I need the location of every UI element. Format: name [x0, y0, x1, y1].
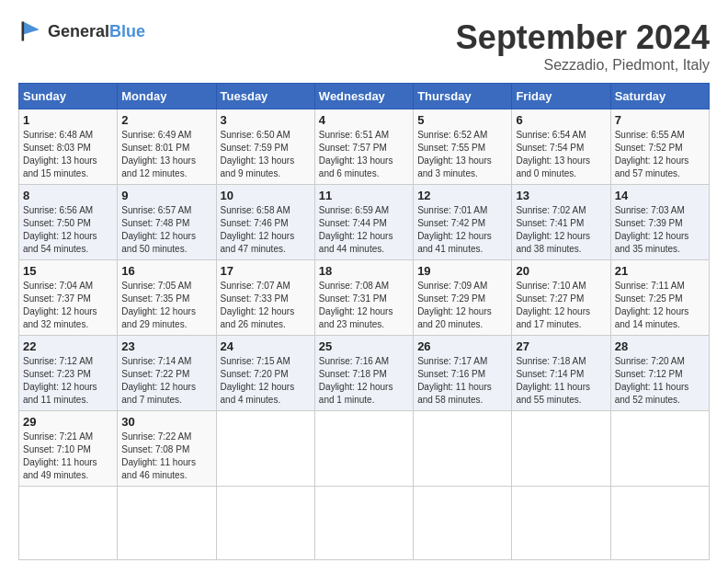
calendar-cell: [314, 487, 413, 560]
calendar-week-row: 29 Sunrise: 7:21 AM Sunset: 7:10 PM Dayl…: [19, 411, 710, 487]
calendar-cell: 9 Sunrise: 6:57 AM Sunset: 7:48 PM Dayli…: [118, 185, 216, 260]
cell-info: Sunrise: 7:10 AM Sunset: 7:27 PM Dayligh…: [516, 280, 606, 331]
day-number: 17: [221, 264, 311, 278]
cell-info: Sunrise: 7:15 AM Sunset: 7:20 PM Dayligh…: [221, 355, 311, 407]
calendar-cell: [512, 487, 610, 560]
calendar-cell: 11 Sunrise: 6:59 AM Sunset: 7:44 PM Dayl…: [314, 185, 413, 260]
calendar-cell: [19, 487, 118, 560]
cell-info: Sunrise: 7:22 AM Sunset: 7:08 PM Dayligh…: [121, 431, 211, 482]
col-wednesday: Wednesday: [314, 84, 413, 109]
calendar-week-row: [19, 487, 710, 560]
calendar-cell: 3 Sunrise: 6:50 AM Sunset: 7:59 PM Dayli…: [216, 109, 314, 185]
calendar-week-row: 22 Sunrise: 7:12 AM Sunset: 7:23 PM Dayl…: [19, 336, 710, 411]
day-number: 4: [319, 113, 409, 127]
day-number: 27: [516, 339, 606, 353]
calendar-cell: 1 Sunrise: 6:48 AM Sunset: 8:03 PM Dayli…: [19, 109, 118, 185]
cell-info: Sunrise: 6:55 AM Sunset: 7:52 PM Dayligh…: [615, 129, 705, 180]
calendar-cell: 30 Sunrise: 7:22 AM Sunset: 7:08 PM Dayl…: [118, 411, 216, 487]
calendar-cell: [512, 411, 610, 487]
day-number: 13: [516, 189, 606, 202]
calendar-cell: 24 Sunrise: 7:15 AM Sunset: 7:20 PM Dayl…: [216, 336, 314, 411]
logo-icon: [18, 18, 44, 44]
cell-info: Sunrise: 6:57 AM Sunset: 7:48 PM Dayligh…: [121, 204, 211, 256]
calendar-cell: 5 Sunrise: 6:52 AM Sunset: 7:55 PM Dayli…: [414, 109, 512, 185]
calendar-cell: 27 Sunrise: 7:18 AM Sunset: 7:14 PM Dayl…: [512, 336, 610, 411]
cell-info: Sunrise: 7:18 AM Sunset: 7:14 PM Dayligh…: [516, 355, 606, 407]
col-thursday: Thursday: [414, 84, 512, 109]
calendar-cell: [610, 411, 709, 487]
calendar-cell: [414, 487, 512, 560]
day-number: 8: [23, 189, 113, 202]
calendar-table: Sunday Monday Tuesday Wednesday Thursday…: [18, 83, 710, 560]
cell-info: Sunrise: 7:01 AM Sunset: 7:42 PM Dayligh…: [417, 204, 507, 256]
cell-info: Sunrise: 7:09 AM Sunset: 7:29 PM Dayligh…: [417, 280, 507, 331]
cell-info: Sunrise: 7:05 AM Sunset: 7:35 PM Dayligh…: [121, 280, 211, 331]
calendar-cell: 18 Sunrise: 7:08 AM Sunset: 7:31 PM Dayl…: [314, 260, 413, 336]
calendar-cell: 15 Sunrise: 7:04 AM Sunset: 7:37 PM Dayl…: [19, 260, 118, 336]
calendar-cell: 16 Sunrise: 7:05 AM Sunset: 7:35 PM Dayl…: [118, 260, 216, 336]
cell-info: Sunrise: 7:14 AM Sunset: 7:22 PM Dayligh…: [121, 355, 211, 407]
cell-info: Sunrise: 7:07 AM Sunset: 7:33 PM Dayligh…: [221, 280, 311, 331]
cell-info: Sunrise: 7:17 AM Sunset: 7:16 PM Dayligh…: [417, 355, 507, 407]
cell-info: Sunrise: 6:59 AM Sunset: 7:44 PM Dayligh…: [319, 204, 409, 256]
calendar-cell: [216, 487, 314, 560]
cell-info: Sunrise: 7:03 AM Sunset: 7:39 PM Dayligh…: [615, 204, 705, 256]
cell-info: Sunrise: 6:51 AM Sunset: 7:57 PM Dayligh…: [319, 129, 409, 180]
cell-info: Sunrise: 6:49 AM Sunset: 8:01 PM Dayligh…: [121, 129, 211, 180]
calendar-cell: 28 Sunrise: 7:20 AM Sunset: 7:12 PM Dayl…: [610, 336, 709, 411]
col-sunday: Sunday: [19, 84, 118, 109]
cell-info: Sunrise: 6:58 AM Sunset: 7:46 PM Dayligh…: [221, 204, 311, 256]
day-number: 16: [121, 264, 211, 278]
header: GeneralBlue September 2024 Sezzadio, Pie…: [18, 18, 710, 74]
day-number: 26: [417, 339, 507, 353]
calendar-cell: 21 Sunrise: 7:11 AM Sunset: 7:25 PM Dayl…: [610, 260, 709, 336]
day-number: 21: [615, 264, 705, 278]
calendar-week-row: 15 Sunrise: 7:04 AM Sunset: 7:37 PM Dayl…: [19, 260, 710, 336]
col-tuesday: Tuesday: [216, 84, 314, 109]
calendar-cell: 2 Sunrise: 6:49 AM Sunset: 8:01 PM Dayli…: [118, 109, 216, 185]
calendar-cell: 6 Sunrise: 6:54 AM Sunset: 7:54 PM Dayli…: [512, 109, 610, 185]
logo-text: GeneralBlue: [48, 22, 145, 41]
day-number: 18: [319, 264, 409, 278]
calendar-cell: [216, 411, 314, 487]
cell-info: Sunrise: 7:12 AM Sunset: 7:23 PM Dayligh…: [23, 355, 113, 407]
calendar-cell: 22 Sunrise: 7:12 AM Sunset: 7:23 PM Dayl…: [19, 336, 118, 411]
day-number: 1: [23, 113, 113, 127]
day-number: 7: [615, 113, 705, 127]
calendar-cell: [118, 487, 216, 560]
cell-info: Sunrise: 7:21 AM Sunset: 7:10 PM Dayligh…: [23, 431, 113, 482]
calendar-cell: [314, 411, 413, 487]
logo-blue: Blue: [109, 22, 145, 40]
calendar-cell: 14 Sunrise: 7:03 AM Sunset: 7:39 PM Dayl…: [610, 185, 709, 260]
cell-info: Sunrise: 6:52 AM Sunset: 7:55 PM Dayligh…: [417, 129, 507, 180]
svg-marker-1: [23, 22, 40, 35]
location-title: Sezzadio, Piedmont, Italy: [456, 57, 710, 74]
title-area: September 2024 Sezzadio, Piedmont, Italy: [456, 18, 710, 74]
col-monday: Monday: [118, 84, 216, 109]
day-number: 20: [516, 264, 606, 278]
calendar-cell: [414, 411, 512, 487]
day-number: 25: [319, 339, 409, 353]
calendar-cell: [610, 487, 709, 560]
calendar-body: 1 Sunrise: 6:48 AM Sunset: 8:03 PM Dayli…: [19, 109, 710, 560]
calendar-cell: 26 Sunrise: 7:17 AM Sunset: 7:16 PM Dayl…: [414, 336, 512, 411]
calendar-header: Sunday Monday Tuesday Wednesday Thursday…: [19, 84, 710, 109]
calendar-cell: 7 Sunrise: 6:55 AM Sunset: 7:52 PM Dayli…: [610, 109, 709, 185]
cell-info: Sunrise: 6:50 AM Sunset: 7:59 PM Dayligh…: [221, 129, 311, 180]
cell-info: Sunrise: 7:11 AM Sunset: 7:25 PM Dayligh…: [615, 280, 705, 331]
calendar-cell: 8 Sunrise: 6:56 AM Sunset: 7:50 PM Dayli…: [19, 185, 118, 260]
day-number: 22: [23, 339, 113, 353]
day-number: 19: [417, 264, 507, 278]
col-saturday: Saturday: [610, 84, 709, 109]
calendar-cell: 17 Sunrise: 7:07 AM Sunset: 7:33 PM Dayl…: [216, 260, 314, 336]
day-number: 12: [417, 189, 507, 202]
day-number: 10: [221, 189, 311, 202]
day-number: 29: [23, 415, 113, 429]
cell-info: Sunrise: 7:20 AM Sunset: 7:12 PM Dayligh…: [615, 355, 705, 407]
cell-info: Sunrise: 7:08 AM Sunset: 7:31 PM Dayligh…: [319, 280, 409, 331]
svg-rect-2: [22, 22, 25, 41]
day-number: 6: [516, 113, 606, 127]
day-number: 15: [23, 264, 113, 278]
cell-info: Sunrise: 6:48 AM Sunset: 8:03 PM Dayligh…: [23, 129, 113, 180]
day-number: 24: [221, 339, 311, 353]
